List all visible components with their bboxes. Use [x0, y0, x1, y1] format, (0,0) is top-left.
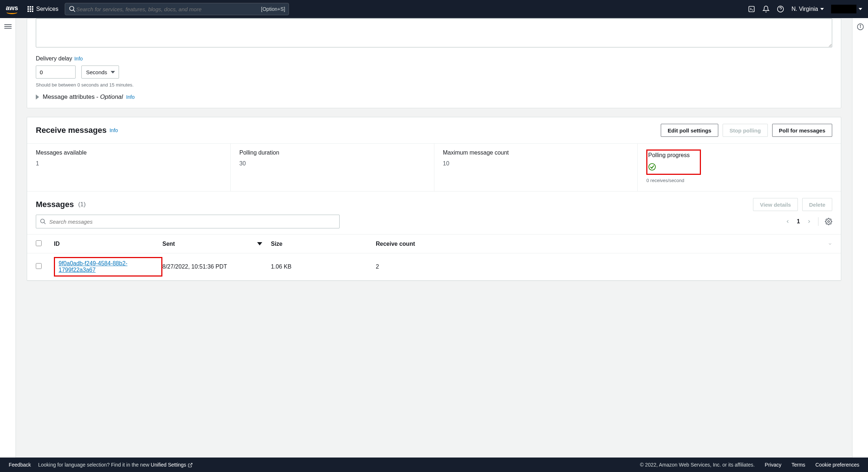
row-receive-count: 2	[376, 264, 832, 270]
privacy-link[interactable]: Privacy	[765, 462, 782, 468]
external-link-icon	[188, 463, 193, 468]
send-message-panel: Delivery delay Info Seconds Should be be…	[27, 18, 841, 108]
unified-settings-link[interactable]: Unified Settings	[151, 462, 193, 468]
feedback-link[interactable]: Feedback	[9, 462, 31, 468]
messages-table: ID Sent Size Receive count 9f	[27, 234, 841, 281]
info-link[interactable]: Info	[110, 127, 118, 133]
messages-count: (1)	[78, 201, 86, 208]
col-receive-count-header[interactable]: Receive count	[376, 241, 832, 247]
top-nav: aws Services [Option+S] N. Virginia	[0, 0, 868, 18]
region-label: N. Virginia	[791, 6, 818, 12]
select-all-checkbox[interactable]	[36, 240, 42, 246]
search-shortcut: [Option+S]	[261, 6, 285, 12]
expand-caret-icon	[36, 94, 39, 100]
lang-note: Looking for language selection? Find it …	[38, 462, 150, 468]
stop-polling-button: Stop polling	[723, 124, 768, 137]
receive-messages-title: Receive messages	[36, 126, 107, 135]
polling-duration-stat: Polling duration 30	[231, 144, 434, 191]
search-messages-input[interactable]	[49, 219, 336, 225]
svg-point-7	[41, 219, 44, 223]
right-rail[interactable]	[852, 18, 868, 458]
next-page-icon[interactable]	[807, 219, 812, 224]
hamburger-icon	[4, 23, 12, 29]
edit-poll-settings-button[interactable]: Edit poll settings	[661, 124, 718, 137]
region-selector[interactable]: N. Virginia	[791, 6, 824, 12]
prev-page-icon[interactable]	[785, 219, 790, 224]
search-icon	[40, 218, 46, 225]
delete-button: Delete	[802, 198, 832, 211]
copyright: © 2022, Amazon Web Services, Inc. or its…	[640, 462, 754, 468]
left-nav-collapsed[interactable]	[0, 18, 16, 458]
global-search-input[interactable]	[76, 6, 261, 12]
svg-point-0	[70, 7, 74, 11]
caret-down-icon	[859, 8, 862, 10]
col-id-header[interactable]: ID	[54, 241, 162, 247]
services-label: Services	[36, 6, 58, 12]
messages-title: Messages	[36, 200, 74, 209]
message-attributes-label: Message attributes -	[43, 93, 100, 100]
row-sent: 8/27/2022, 10:51:36 PDT	[162, 264, 271, 270]
polling-progress-stat: Polling progress 0 receives/second	[638, 144, 841, 191]
info-link[interactable]: Info	[74, 56, 82, 62]
footer: Feedback Looking for language selection?…	[0, 458, 868, 472]
delivery-delay-unit-select[interactable]: Seconds	[81, 66, 119, 79]
messages-available-stat: Messages available 1	[27, 144, 231, 191]
terms-link[interactable]: Terms	[791, 462, 805, 468]
services-menu[interactable]: Services	[24, 4, 62, 14]
help-icon[interactable]	[777, 5, 784, 13]
optional-label: Optional	[100, 93, 123, 100]
cookie-preferences-link[interactable]: Cookie preferences	[816, 462, 859, 468]
poll-for-messages-button[interactable]: Poll for messages	[772, 124, 832, 137]
row-size: 1.06 KB	[271, 264, 376, 270]
column-options-icon[interactable]	[828, 242, 832, 246]
aws-logo[interactable]: aws	[6, 4, 18, 14]
page-number: 1	[797, 218, 800, 225]
delivery-delay-label: Delivery delay Info	[36, 55, 832, 62]
svg-point-12	[860, 25, 861, 26]
info-circle-icon[interactable]	[857, 23, 864, 30]
maximum-message-count-stat: Maximum message count 10	[434, 144, 638, 191]
sort-desc-icon	[257, 242, 262, 245]
delay-unit-value: Seconds	[86, 69, 107, 75]
view-details-button: View details	[753, 198, 798, 211]
delivery-delay-input[interactable]	[36, 66, 76, 79]
account-menu[interactable]	[831, 5, 862, 13]
message-body-textarea[interactable]	[36, 18, 832, 47]
search-messages[interactable]	[36, 215, 340, 228]
account-name-redacted	[831, 5, 856, 13]
caret-down-icon	[820, 8, 824, 10]
svg-point-6	[649, 164, 655, 170]
table-row: 9f0a0adb-f249-4584-88b2-1799f22a3a67 8/2…	[27, 253, 841, 281]
svg-line-13	[190, 463, 192, 465]
message-attributes-toggle[interactable]: Message attributes - Optional Info	[36, 93, 832, 101]
svg-line-1	[73, 10, 75, 12]
gear-icon[interactable]	[825, 218, 832, 225]
svg-line-8	[44, 222, 46, 224]
info-link[interactable]: Info	[126, 94, 135, 100]
cloudshell-icon[interactable]	[748, 5, 755, 13]
main-content: Delivery delay Info Seconds Should be be…	[16, 18, 852, 458]
row-checkbox[interactable]	[36, 263, 42, 269]
col-sent-header[interactable]: Sent	[162, 241, 271, 247]
success-check-icon	[648, 163, 656, 171]
message-id-link[interactable]: 9f0a0adb-f249-4584-88b2-1799f22a3a67	[59, 260, 127, 273]
grid-icon	[27, 6, 33, 12]
notifications-icon[interactable]	[762, 5, 770, 13]
search-icon	[69, 5, 76, 13]
global-search[interactable]: [Option+S]	[65, 3, 289, 15]
col-size-header[interactable]: Size	[271, 241, 376, 247]
svg-point-9	[828, 221, 830, 223]
receive-messages-panel: Receive messages Info Edit poll settings…	[27, 117, 841, 281]
delivery-delay-help: Should be between 0 seconds and 15 minut…	[36, 82, 832, 88]
